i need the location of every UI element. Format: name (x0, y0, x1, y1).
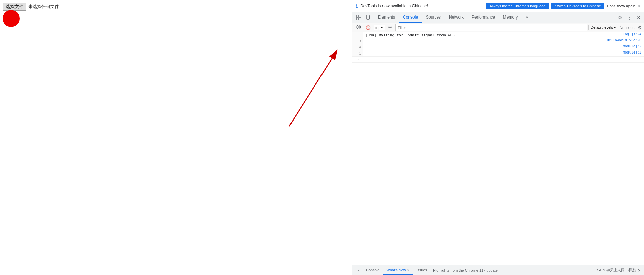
message-text: [HMR] Waiting for update signal from WDS… (365, 33, 461, 37)
row-gutter (352, 32, 363, 38)
always-match-button[interactable]: Always match Chrome's language (486, 3, 549, 9)
bottom-tab-menu-button[interactable]: ⋮ (354, 267, 363, 274)
csdn-label: CSDN @天上人同一样愁 (594, 268, 636, 273)
context-selector[interactable]: top ▾ (374, 25, 385, 30)
context-chevron: ▾ (381, 25, 383, 30)
tab-more[interactable]: » (522, 12, 532, 23)
bottom-console-label: Console (366, 268, 379, 272)
choose-file-button[interactable]: 选择文件 (3, 3, 26, 11)
filter-toggle-button[interactable]: 🚫 (364, 25, 372, 31)
bottom-tab-console[interactable]: Console (363, 265, 383, 275)
expand-row: › (352, 57, 644, 63)
bottom-tabs: ⋮ Console What's New × Issues Highlights… (352, 265, 644, 275)
svg-rect-2 (356, 15, 358, 17)
switch-chinese-button[interactable]: Switch DevTools to Chinese (551, 3, 604, 9)
toolbar-right: ⚙ ⋮ ✕ (616, 13, 643, 22)
console-source-link[interactable]: HelloWorld.vue:20 (607, 38, 644, 44)
red-circle (3, 10, 20, 27)
console-source-link[interactable]: [module]:3 (621, 50, 644, 56)
default-levels-button[interactable]: Default levels ▾ (588, 25, 618, 30)
devtools-toolbar: Elements Console Sources Network Perform… (352, 12, 644, 23)
tab-elements[interactable]: Elements (374, 12, 399, 23)
console-row: [HMR] Waiting for update signal from WDS… (352, 32, 644, 38)
devtools-panel: ℹ DevTools is now available in Chinese! … (352, 0, 644, 275)
row-gutter: 4 (352, 44, 363, 50)
console-row: 4 [module]:2 (352, 44, 644, 50)
tab-network[interactable]: Network (445, 12, 468, 23)
console-message (363, 38, 607, 44)
bottom-issues-label: Issues (416, 268, 427, 272)
svg-line-1 (289, 50, 337, 126)
bottom-whats-new-label: What's New (386, 268, 406, 272)
issues-settings-button[interactable]: ⚙ (638, 25, 642, 30)
tab-console[interactable]: Console (399, 12, 422, 23)
dont-show-again-button[interactable]: Don't show again (607, 4, 635, 8)
settings-button[interactable]: ⚙ (616, 13, 624, 22)
context-label: top (375, 26, 380, 30)
main-page: 选择文件 未选择任何文件 (0, 0, 352, 275)
highlights-text: Highlights from the Chrome 117 update (430, 268, 594, 272)
more-options-button[interactable]: ⋮ (625, 13, 634, 22)
console-source-link[interactable]: [module]:2 (621, 44, 644, 50)
row-gutter: 1 (352, 50, 363, 56)
tab-performance[interactable]: Performance (468, 12, 499, 23)
svg-rect-7 (370, 16, 371, 19)
svg-rect-3 (359, 15, 361, 17)
console-source-link[interactable]: log.js:24 (623, 32, 644, 38)
console-message (363, 50, 621, 56)
svg-rect-5 (359, 18, 361, 20)
console-message (363, 44, 621, 50)
tab-memory[interactable]: Memory (499, 12, 522, 23)
row-gutter: 3 (352, 38, 363, 44)
console-row: 1 [module]:3 (352, 50, 644, 57)
no-issues-button[interactable]: No Issues (620, 26, 636, 30)
tab-bar: Elements Console Sources Network Perform… (374, 12, 615, 23)
clear-console-button[interactable] (355, 24, 363, 31)
console-message: [HMR] Waiting for update signal from WDS… (363, 32, 623, 38)
bottom-tab-close-btn[interactable]: × (407, 268, 409, 272)
svg-rect-6 (367, 15, 369, 19)
close-notification-button[interactable]: × (638, 3, 641, 9)
filter-input[interactable] (395, 24, 587, 31)
close-devtools-button[interactable]: ✕ (635, 13, 643, 22)
notification-text: DevTools is now available in Chinese! (360, 4, 483, 8)
console-filter-bar: 🚫 top ▾ 👁 Default levels ▾ No Issues ⚙ (352, 23, 644, 32)
eye-button[interactable]: 👁 (386, 24, 394, 31)
notification-bar: ℹ DevTools is now available in Chinese! … (352, 0, 644, 12)
red-arrow-svg (0, 0, 352, 275)
svg-rect-4 (356, 18, 358, 20)
default-levels-label: Default levels ▾ (591, 25, 616, 30)
file-input-area: 选择文件 未选择任何文件 (3, 3, 59, 11)
bottom-tab-whats-new[interactable]: What's New × (383, 265, 413, 275)
console-row: 3 HelloWorld.vue:20 (352, 38, 644, 44)
devtools-panel-close-button[interactable]: × (636, 267, 643, 274)
console-output: [HMR] Waiting for update signal from WDS… (352, 32, 644, 265)
inspect-element-button[interactable] (354, 13, 363, 22)
info-icon: ℹ (356, 3, 358, 9)
expand-chevron[interactable]: › (352, 58, 363, 61)
device-toggle-button[interactable] (364, 13, 373, 22)
file-label: 未选择任何文件 (28, 4, 59, 10)
tab-sources[interactable]: Sources (422, 12, 445, 23)
bottom-tab-issues[interactable]: Issues (413, 265, 430, 275)
